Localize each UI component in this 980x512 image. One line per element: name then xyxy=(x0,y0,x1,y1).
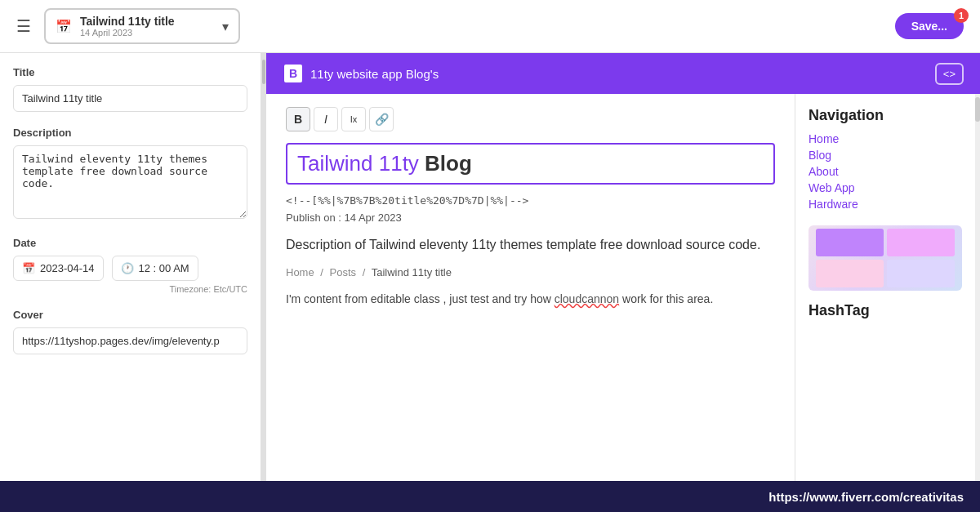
body-content: I'm content from editable class , just t… xyxy=(286,290,775,308)
nav-link-webapp[interactable]: Web App xyxy=(808,180,962,196)
footer-bar: https://www.fiverr.com/creativitas xyxy=(0,481,980,512)
description-textarea[interactable]: Tailwind eleventy 11ty themes template f… xyxy=(13,145,247,219)
breadcrumb-posts[interactable]: Posts xyxy=(330,266,357,278)
scrollbar-thumb xyxy=(975,97,980,122)
body-end-text: work for this area. xyxy=(622,292,713,305)
title-input[interactable] xyxy=(13,85,247,112)
footer-url[interactable]: https://www.fiverr.com/creativitas xyxy=(768,490,964,504)
nav-link-home[interactable]: Home xyxy=(808,131,962,147)
save-button[interactable]: Save... 1 xyxy=(895,13,964,39)
format-toolbar: B I Ix 🔗 xyxy=(286,107,775,131)
nav-link-about[interactable]: About xyxy=(808,163,962,180)
preview-header-left: B 11ty website app Blog's xyxy=(283,63,439,84)
save-badge: 1 xyxy=(954,8,969,23)
divider-handle xyxy=(262,60,265,84)
cover-input[interactable] xyxy=(13,327,247,354)
preview-header: B 11ty website app Blog's <> xyxy=(266,53,980,94)
cover-label: Cover xyxy=(13,309,247,321)
italic-button[interactable]: I xyxy=(314,107,338,131)
breadcrumb-sep-2: / xyxy=(363,266,366,278)
date-label: Date xyxy=(13,237,247,249)
left-panel: Title Description Tailwind eleventy 11ty… xyxy=(0,53,261,512)
template-comment: <!--[%%|%7B%7B%20title%20%7D%7D|%%|--> xyxy=(286,194,775,207)
doc-selector-text: Tailwind 11ty title 14 April 2023 xyxy=(80,15,214,38)
breadcrumb-sep-1: / xyxy=(320,266,323,278)
title-field-group: Title xyxy=(13,66,247,112)
blog-title-editable[interactable]: Tailwind 11ty Blog xyxy=(286,143,775,185)
timezone-label: Timezone: Etc/UTC xyxy=(13,284,247,294)
description-text: Description of Tailwind eleventy 11ty th… xyxy=(286,235,775,255)
code-toggle-button[interactable]: <> xyxy=(935,63,964,85)
breadcrumb-current: Tailwind 11ty title xyxy=(372,266,452,278)
publish-date: Publish on : 14 Apr 2023 xyxy=(286,211,775,224)
title-label: Title xyxy=(13,66,247,78)
description-label: Description xyxy=(13,127,247,139)
sidebar-nav: Navigation Home Blog About Web App Hardw… xyxy=(795,94,975,512)
hamburger-icon[interactable]: ☰ xyxy=(16,16,31,36)
header: ☰ 📅 Tailwind 11ty title 14 April 2023 ▾ … xyxy=(0,0,980,53)
hashtag-heading: HashTag xyxy=(808,302,962,319)
editor-area[interactable]: B I Ix 🔗 Tailwind 11ty Blog <!--[%%|%7B%… xyxy=(266,94,795,512)
date-field-group: Date 📅 2023-04-14 🕐 12 : 00 AM Timezone:… xyxy=(13,237,247,294)
clock-icon: 🕐 xyxy=(121,262,134,274)
description-field-group: Description Tailwind eleventy 11ty theme… xyxy=(13,127,247,222)
chevron-down-icon: ▾ xyxy=(222,19,229,34)
cover-field-group: Cover xyxy=(13,309,247,354)
strikethrough-button[interactable]: Ix xyxy=(341,107,366,131)
body-intro-text: I'm content from editable class , just t… xyxy=(286,292,551,305)
bootstrap-icon: B xyxy=(283,63,304,84)
blog-title-bold: Blog xyxy=(425,151,472,176)
header-left: ☰ 📅 Tailwind 11ty title 14 April 2023 ▾ xyxy=(16,8,240,44)
blog-title-normal: Tailwind 11ty xyxy=(297,151,425,176)
preview-title: 11ty website app Blog's xyxy=(310,67,439,81)
nav-links-group: Home Blog About Web App Hardware xyxy=(808,131,962,212)
date-row: 📅 2023-04-14 🕐 12 : 00 AM xyxy=(13,256,247,281)
right-area: B 11ty website app Blog's <> B I Ix 🔗 xyxy=(266,53,980,512)
breadcrumb-home[interactable]: Home xyxy=(286,266,314,278)
breadcrumb: Home / Posts / Tailwind 11ty title xyxy=(286,266,775,278)
calendar-small-icon: 📅 xyxy=(22,262,35,274)
preview-content: B I Ix 🔗 Tailwind 11ty Blog <!--[%%|%7B%… xyxy=(266,94,980,512)
date-input[interactable]: 📅 2023-04-14 xyxy=(13,256,104,281)
nav-heading: Navigation xyxy=(808,107,962,124)
bold-button[interactable]: B xyxy=(286,107,310,131)
cloudcannon-link[interactable]: cloudcannon xyxy=(555,292,619,305)
link-button[interactable]: 🔗 xyxy=(369,107,394,131)
right-scrollbar[interactable] xyxy=(975,94,980,512)
doc-selector[interactable]: 📅 Tailwind 11ty title 14 April 2023 ▾ xyxy=(44,8,240,44)
doc-date: 14 April 2023 xyxy=(80,28,214,38)
nav-link-hardware[interactable]: Hardware xyxy=(808,196,962,212)
calendar-icon: 📅 xyxy=(56,19,72,34)
thumbnail-image xyxy=(808,225,962,291)
main-area: Title Description Tailwind eleventy 11ty… xyxy=(0,53,980,512)
nav-link-blog[interactable]: Blog xyxy=(808,147,962,163)
time-input[interactable]: 🕐 12 : 00 AM xyxy=(112,256,198,281)
doc-title: Tailwind 11ty title xyxy=(80,15,214,28)
